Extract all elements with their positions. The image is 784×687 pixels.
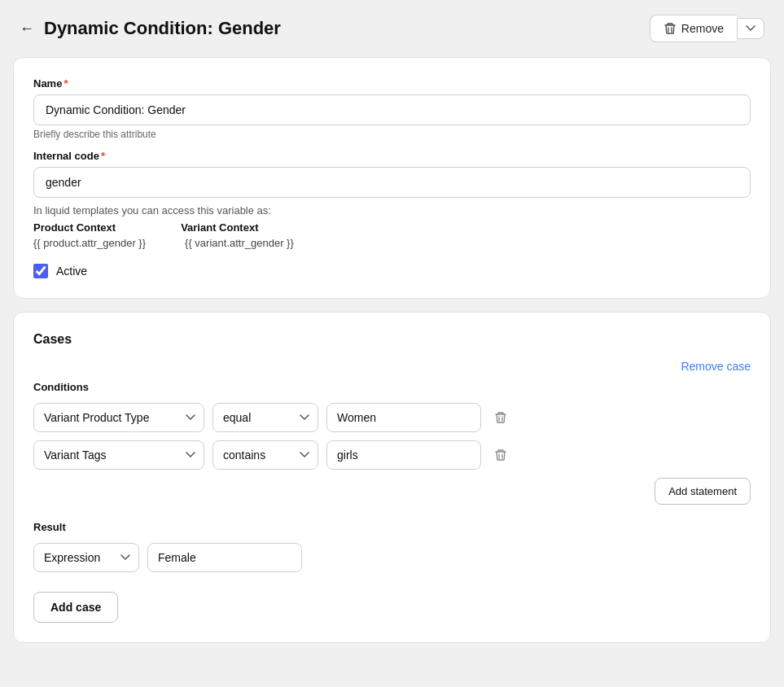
header-actions: Remove — [650, 15, 764, 42]
variant-context-label: Variant Context — [181, 221, 258, 234]
page-header: ← Dynamic Condition: Gender Remove — [0, 0, 784, 57]
name-label: Name* — [33, 77, 751, 90]
result-type-select[interactable]: Expression Static — [33, 543, 139, 572]
trash-icon-1 — [494, 411, 507, 424]
back-icon: ← — [20, 20, 34, 37]
liquid-helper-text: In liquid templates you can access this … — [33, 204, 751, 217]
remove-button[interactable]: Remove — [650, 15, 737, 42]
variant-context-value: {{ variant.attr_gender }} — [185, 237, 294, 249]
liquid-context-values: {{ product.attr_gender }} {{ variant.att… — [33, 237, 751, 249]
internal-code-input[interactable] — [33, 167, 751, 198]
add-statement-button[interactable]: Add statement — [655, 478, 751, 505]
remove-label: Remove — [681, 22, 724, 35]
header-left: ← Dynamic Condition: Gender — [20, 18, 281, 39]
remove-case-button[interactable]: Remove case — [681, 360, 751, 373]
cases-title: Cases — [33, 332, 72, 347]
active-row: Active — [33, 264, 751, 278]
internal-code-label: Internal code* — [33, 150, 751, 162]
conditions-label: Conditions — [33, 381, 751, 393]
condition-type-select-1[interactable]: Variant Product Type Variant Tags Produc… — [33, 403, 204, 432]
result-value-input[interactable] — [147, 543, 302, 572]
remove-dropdown-button[interactable] — [737, 18, 764, 39]
back-button[interactable]: ← — [20, 20, 34, 37]
name-input[interactable] — [33, 94, 751, 125]
attribute-card: Name* Briefly describe this attribute In… — [13, 57, 771, 299]
delete-condition-2-button[interactable] — [489, 444, 512, 466]
condition-value-input-1[interactable] — [326, 403, 481, 432]
add-statement-row: Add statement — [33, 478, 751, 505]
result-label: Result — [33, 521, 751, 533]
condition-value-input-2[interactable] — [326, 440, 481, 470]
trash-icon — [664, 22, 677, 35]
delete-condition-1-button[interactable] — [489, 406, 512, 429]
name-helper: Briefly describe this attribute — [33, 129, 751, 140]
chevron-down-icon — [746, 25, 756, 32]
condition-row-2: Variant Product Type Variant Tags Produc… — [33, 440, 751, 470]
active-checkbox[interactable] — [33, 264, 48, 278]
condition-operator-select-1[interactable]: equal not equal contains does not contai… — [212, 403, 318, 432]
add-case-button[interactable]: Add case — [33, 592, 118, 623]
product-context-label: Product Context — [33, 221, 116, 234]
result-row: Expression Static — [33, 543, 751, 572]
condition-operator-select-2[interactable]: equal not equal contains does not contai… — [212, 440, 318, 470]
condition-row-1: Variant Product Type Variant Tags Produc… — [33, 403, 751, 432]
condition-type-select-2[interactable]: Variant Product Type Variant Tags Produc… — [33, 440, 204, 470]
required-star-2: * — [101, 150, 105, 162]
required-star: * — [64, 77, 68, 90]
cases-header: Cases — [33, 332, 751, 347]
product-context-value: {{ product.attr_gender }} — [33, 237, 146, 249]
active-label: Active — [56, 265, 87, 278]
page-title: Dynamic Condition: Gender — [44, 18, 281, 39]
trash-icon-2 — [494, 449, 507, 462]
liquid-context-headers: Product Context Variant Context — [33, 221, 751, 234]
cases-card: Cases Remove case Conditions Variant Pro… — [13, 312, 771, 643]
main-content: Name* Briefly describe this attribute In… — [0, 57, 784, 663]
liquid-section: In liquid templates you can access this … — [33, 204, 751, 249]
